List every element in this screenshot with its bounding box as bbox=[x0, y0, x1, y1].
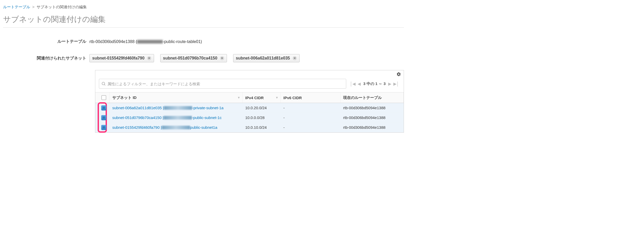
remove-tag-icon[interactable]: ✕ bbox=[293, 56, 297, 60]
page-first-icon[interactable]: │◀ bbox=[349, 81, 357, 86]
row-checkbox[interactable] bbox=[101, 115, 106, 120]
sort-icon: ▼ bbox=[237, 96, 240, 99]
cell-ipv6: - bbox=[281, 103, 341, 113]
header-subnet-id[interactable]: サブネット ID ▼ bbox=[110, 92, 243, 103]
table-row[interactable]: subnet-006a62a011d81e035 | -private-subn… bbox=[95, 103, 404, 113]
row-checkbox[interactable] bbox=[101, 125, 106, 130]
svg-line-1 bbox=[104, 84, 105, 85]
table-body: subnet-006a62a011d81e035 | -private-subn… bbox=[95, 103, 404, 132]
route-table-value: rtb-00d306bd5094e1388 (-public-route-tab… bbox=[89, 39, 202, 44]
cell-ipv6: - bbox=[281, 113, 341, 122]
subnet-tag: subnet-0155429fd460fa790✕ bbox=[89, 54, 154, 62]
table-row[interactable]: subnet-0155429fd460fa790 | public-subnet… bbox=[95, 123, 404, 132]
subnet-name-suffix: -public-subnet-1c bbox=[192, 115, 222, 120]
cell-subnet-id: subnet-051d0796b70ca4150 | -public-subne… bbox=[110, 113, 243, 122]
remove-tag-icon[interactable]: ✕ bbox=[147, 56, 151, 60]
pagination: │◀ ◀ 3 中の 1 ～ 3 ▶ ▶│ bbox=[349, 81, 400, 86]
subnet-link[interactable]: subnet-0155429fd460fa790 | bbox=[112, 125, 162, 130]
subnet-tag-label: subnet-006a62a011d81e035 bbox=[236, 56, 290, 61]
subnet-tag: subnet-006a62a011d81e035✕ bbox=[233, 54, 300, 62]
cell-subnet-id: subnet-006a62a011d81e035 | -private-subn… bbox=[110, 103, 243, 113]
search-input[interactable] bbox=[107, 79, 344, 88]
svg-point-0 bbox=[102, 82, 105, 85]
route-table-name-suffix: -public-route-table01) bbox=[163, 39, 202, 44]
header-subnet-id-label: サブネット ID bbox=[112, 95, 137, 100]
header-ipv4[interactable]: IPv4 CIDR ▼ bbox=[243, 92, 281, 103]
subnet-tags: subnet-0155429fd460fa790✕subnet-051d0796… bbox=[89, 54, 306, 62]
remove-tag-icon[interactable]: ✕ bbox=[220, 56, 224, 60]
subnet-tag-label: subnet-051d0796b70ca4150 bbox=[163, 56, 217, 61]
table-header: サブネット ID ▼ IPv4 CIDR ▼ IPv6 CIDR 現在のルートテ… bbox=[95, 92, 404, 103]
redacted-text bbox=[162, 126, 190, 129]
associated-subnets-label: 関連付けられたサブネット bbox=[3, 56, 89, 61]
cell-ipv4: 10.0.20.0/24 bbox=[243, 103, 281, 113]
page-next-icon[interactable]: ▶ bbox=[387, 81, 392, 86]
search-icon bbox=[101, 81, 106, 86]
subnet-link[interactable]: subnet-051d0796b70ca4150 | bbox=[112, 115, 164, 120]
header-route-table-label: 現在のルートテーブル bbox=[343, 95, 382, 100]
breadcrumb-current: サブネットの関連付けの編集 bbox=[37, 5, 87, 9]
gear-icon[interactable] bbox=[396, 72, 401, 77]
cell-ipv4: 10.0.10.0/24 bbox=[243, 123, 281, 132]
route-table-label: ルートテーブル bbox=[3, 39, 89, 44]
search-box[interactable] bbox=[99, 79, 346, 89]
cell-route-table: rtb-00d306bd5094e1388 bbox=[341, 123, 404, 132]
cell-ipv6: - bbox=[281, 123, 341, 132]
breadcrumb-separator: > bbox=[31, 5, 36, 9]
route-table-id: rtb-00d306bd5094e1388 bbox=[89, 39, 134, 44]
subnet-link[interactable]: subnet-006a62a011d81e035 | bbox=[112, 106, 164, 110]
header-ipv4-label: IPv4 CIDR bbox=[245, 96, 264, 100]
subnet-name-suffix: -private-subnet-1a bbox=[192, 106, 224, 110]
breadcrumb: ルートテーブル > サブネットの関連付けの編集 bbox=[3, 2, 404, 11]
cell-route-table: rtb-00d306bd5094e1388 bbox=[341, 113, 404, 122]
subnet-name-suffix: public-subnet1a bbox=[190, 125, 217, 130]
page-last-icon[interactable]: ▶│ bbox=[392, 81, 400, 86]
redacted-text bbox=[164, 106, 192, 110]
select-all-checkbox[interactable] bbox=[101, 95, 106, 100]
breadcrumb-root-link[interactable]: ルートテーブル bbox=[3, 5, 30, 9]
redacted-text bbox=[137, 40, 163, 44]
subnet-tag-label: subnet-0155429fd460fa790 bbox=[92, 56, 145, 61]
header-ipv6-label: IPv6 CIDR bbox=[283, 96, 302, 100]
sort-icon: ▼ bbox=[275, 96, 278, 99]
page-range-text: 3 中の 1 ～ 3 bbox=[362, 81, 387, 86]
page-title: サブネットの関連付けの編集 bbox=[3, 11, 404, 28]
header-checkbox-cell bbox=[98, 92, 110, 103]
cell-ipv4: 10.0.0.0/28 bbox=[243, 113, 281, 122]
header-ipv6[interactable]: IPv6 CIDR bbox=[281, 92, 341, 103]
cell-subnet-id: subnet-0155429fd460fa790 | public-subnet… bbox=[110, 123, 243, 132]
header-route-table[interactable]: 現在のルートテーブル bbox=[341, 92, 404, 103]
cell-route-table: rtb-00d306bd5094e1388 bbox=[341, 103, 404, 113]
redacted-text bbox=[164, 116, 192, 120]
subnet-tag: subnet-051d0796b70ca4150✕ bbox=[160, 54, 227, 62]
subnet-table-card: │◀ ◀ 3 中の 1 ～ 3 ▶ ▶│ サブネット ID ▼ IPv4 CID… bbox=[95, 70, 404, 133]
row-checkbox[interactable] bbox=[101, 105, 106, 110]
page-prev-icon[interactable]: ◀ bbox=[357, 81, 362, 86]
table-row[interactable]: subnet-051d0796b70ca4150 | -public-subne… bbox=[95, 113, 404, 123]
